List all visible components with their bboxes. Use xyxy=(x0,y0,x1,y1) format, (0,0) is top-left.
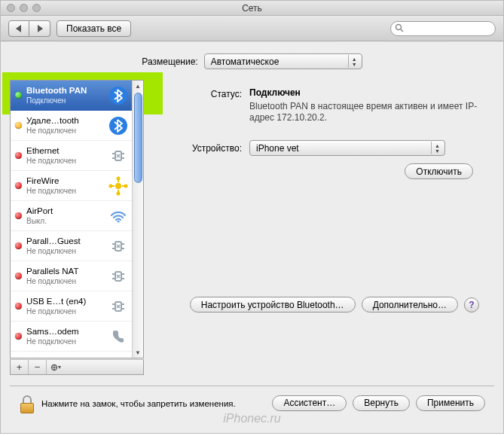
status-dot xyxy=(15,182,22,189)
status-dot xyxy=(15,303,22,309)
sidebar-scrollbar[interactable]: ▲ ▼ xyxy=(132,81,143,358)
svg-marker-1 xyxy=(38,25,43,32)
svg-line-3 xyxy=(401,29,403,32)
sidebar-item[interactable]: Parallels NATНе подключен xyxy=(11,261,132,291)
configure-bluetooth-button[interactable]: Настроить устройство Bluetooth… xyxy=(190,297,356,313)
ethernet-icon xyxy=(108,145,129,166)
sidebar-footer: + − xyxy=(10,359,144,375)
sidebar-item[interactable]: Bluetooth PANПодключен xyxy=(11,81,132,111)
service-name: AirPort xyxy=(26,206,103,216)
ethernet-icon xyxy=(108,266,129,287)
svg-point-13 xyxy=(118,192,120,194)
location-label: Размещение: xyxy=(142,56,197,67)
watermark: iPhonec.ru xyxy=(10,412,494,428)
status-dot xyxy=(15,273,22,279)
service-status: Подключен xyxy=(26,96,103,105)
device-select[interactable]: iPhone vet ▲▼ xyxy=(249,140,445,156)
location-value: Автоматическое xyxy=(211,56,279,67)
scroll-down-arrow[interactable]: ▼ xyxy=(133,347,143,358)
services-sidebar: Bluetooth PANПодключенУдале…toothНе подк… xyxy=(10,80,144,358)
zoom-window-button[interactable] xyxy=(32,4,41,12)
svg-point-12 xyxy=(118,177,120,179)
search-icon xyxy=(395,23,404,32)
svg-point-15 xyxy=(125,184,127,187)
status-description: Bluetooth PAN в настоящее время активен … xyxy=(249,101,488,123)
svg-point-16 xyxy=(117,220,119,222)
search-input[interactable] xyxy=(390,21,496,36)
service-status: Не подключен xyxy=(26,306,103,316)
phone-icon xyxy=(108,326,129,347)
show-all-button[interactable]: Показать все xyxy=(57,20,131,37)
assist-button[interactable]: Ассистент… xyxy=(272,395,347,411)
status-value: Подключен xyxy=(249,87,301,98)
sidebar-item[interactable]: USB E…t (en4)Не подключен xyxy=(11,291,132,322)
toolbar: Показать все xyxy=(1,16,503,41)
svg-point-14 xyxy=(110,184,112,187)
sidebar-item[interactable]: Sams…odemНе подключен xyxy=(11,322,132,352)
service-name: Parallels NAT xyxy=(26,267,103,276)
svg-marker-23 xyxy=(58,366,61,369)
search-field[interactable] xyxy=(390,21,496,36)
bluetooth-icon xyxy=(108,85,129,106)
location-select[interactable]: Автоматическое ▲▼ xyxy=(204,53,362,69)
service-name: USB E…t (en4) xyxy=(26,297,103,306)
sidebar-item[interactable]: FireWireНе подключен xyxy=(11,171,132,201)
service-status: Не подключен xyxy=(26,126,103,136)
service-status: Не подключен xyxy=(26,276,103,286)
scroll-thumb[interactable] xyxy=(134,93,142,183)
forward-button[interactable] xyxy=(29,20,50,37)
remove-service-button[interactable]: − xyxy=(29,360,47,374)
chevron-updown-icon: ▲▼ xyxy=(431,142,443,154)
service-name: Удале…tooth xyxy=(26,116,103,126)
service-status: Выкл. xyxy=(26,216,103,226)
service-actions-button[interactable] xyxy=(47,360,65,374)
window-title: Сеть xyxy=(53,1,451,16)
bluetooth-icon xyxy=(108,115,129,136)
ethernet-icon xyxy=(108,296,129,317)
svg-point-2 xyxy=(396,24,402,29)
sidebar-item[interactable]: Удале…toothНе подключен xyxy=(11,111,132,141)
service-name: Ethernet xyxy=(26,146,103,156)
add-service-button[interactable]: + xyxy=(11,360,29,374)
status-dot xyxy=(15,333,22,340)
ethernet-icon xyxy=(108,236,129,257)
divider xyxy=(10,386,494,386)
traffic-lights xyxy=(1,4,53,12)
scroll-up-arrow[interactable]: ▲ xyxy=(133,81,143,91)
revert-button[interactable]: Вернуть xyxy=(353,395,410,411)
chevron-updown-icon: ▲▼ xyxy=(348,55,360,68)
svg-point-7 xyxy=(115,183,121,189)
lock-icon[interactable] xyxy=(19,394,35,413)
minimize-window-button[interactable] xyxy=(20,4,28,12)
service-status: Не подключен xyxy=(26,156,103,166)
sidebar-item[interactable]: Parall…GuestНе подключен xyxy=(11,231,132,261)
service-name: FireWire xyxy=(26,176,103,186)
close-window-button[interactable] xyxy=(7,4,15,12)
firewire-icon xyxy=(108,175,129,197)
status-dot xyxy=(15,152,22,159)
sidebar-item[interactable]: AirPortВыкл. xyxy=(11,201,132,231)
svg-marker-0 xyxy=(16,25,21,32)
status-dot xyxy=(15,242,22,249)
apply-button[interactable]: Применить xyxy=(416,395,485,411)
content-area: Размещение: Автоматическое ▲▼ Bluetooth … xyxy=(1,41,503,433)
status-dot xyxy=(15,92,22,99)
status-dot xyxy=(15,212,22,219)
service-status: Не подключен xyxy=(26,186,103,196)
service-name: Sams…odem xyxy=(26,327,103,337)
sidebar-item[interactable]: EthernetНе подключен xyxy=(11,141,132,171)
network-prefs-window: Сеть Показать все Размещение: Автоматиче… xyxy=(0,0,504,434)
help-button[interactable]: ? xyxy=(464,297,479,313)
status-label: Статус: xyxy=(166,87,242,123)
service-status: Не подключен xyxy=(26,337,103,346)
back-button[interactable] xyxy=(8,20,29,37)
titlebar: Сеть xyxy=(1,1,503,16)
detail-pane: Статус: Подключен Bluetooth PAN в настоя… xyxy=(151,80,494,313)
service-name: Bluetooth PAN xyxy=(26,86,103,96)
wifi-icon xyxy=(108,206,129,227)
service-status: Не подключен xyxy=(26,246,103,256)
disconnect-button[interactable]: Отключить xyxy=(405,163,473,179)
lock-text: Нажмите на замок, чтобы запретить измене… xyxy=(41,399,236,408)
service-name: Parall…Guest xyxy=(26,236,103,246)
advanced-button[interactable]: Дополнительно… xyxy=(362,297,458,313)
